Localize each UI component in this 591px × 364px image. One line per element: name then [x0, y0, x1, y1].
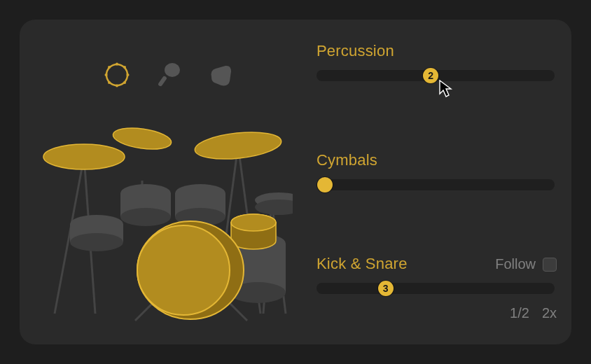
svg-point-3: [105, 74, 108, 76]
svg-point-5: [108, 66, 111, 69]
percussion-slider[interactable]: 2: [317, 70, 555, 81]
controls-column: Percussion 2 Cymbals Kick & Snare Follow…: [317, 42, 557, 321]
kick-snare-slider[interactable]: 3: [317, 283, 555, 294]
svg-point-7: [108, 81, 111, 84]
svg-point-25: [193, 129, 282, 163]
follow-group: Follow: [495, 256, 557, 272]
percussion-slider-thumb[interactable]: 2: [423, 68, 438, 83]
drummer-panel: Percussion 2 Cymbals Kick & Snare Follow…: [20, 20, 571, 344]
svg-point-36: [70, 233, 123, 251]
rate-double[interactable]: 2x: [542, 305, 557, 321]
svg-point-6: [123, 66, 126, 69]
svg-point-4: [127, 74, 130, 76]
kick-snare-slider-thumb[interactable]: 3: [378, 281, 394, 296]
svg-rect-10: [158, 76, 167, 88]
svg-point-40: [137, 225, 230, 315]
follow-label: Follow: [495, 256, 536, 272]
percussion-icon-row: [102, 60, 235, 90]
svg-point-8: [123, 81, 126, 84]
kick-snare-label: Kick & Snare: [317, 255, 408, 273]
svg-point-30: [120, 208, 171, 226]
percussion-label: Percussion: [317, 42, 557, 60]
svg-point-2: [116, 85, 118, 88]
svg-point-9: [165, 63, 180, 77]
kick-snare-slider-badge: 3: [378, 281, 394, 296]
svg-point-38: [231, 214, 276, 231]
rate-row: 1/2 2x: [317, 305, 557, 321]
cymbals-slider[interactable]: [317, 179, 555, 190]
cymbals-label: Cymbals: [317, 151, 557, 169]
svg-point-1: [116, 63, 118, 66]
tambourine-icon[interactable]: [102, 60, 132, 90]
clap-icon[interactable]: [206, 60, 235, 90]
cymbals-slider-thumb[interactable]: [317, 177, 333, 192]
svg-point-24: [111, 125, 172, 152]
rate-half[interactable]: 1/2: [510, 305, 529, 321]
drum-kit-graphic[interactable]: [41, 118, 293, 328]
percussion-slider-badge: 2: [423, 68, 438, 83]
follow-checkbox[interactable]: [543, 258, 557, 272]
shaker-icon[interactable]: [154, 60, 183, 90]
svg-point-23: [43, 144, 125, 169]
